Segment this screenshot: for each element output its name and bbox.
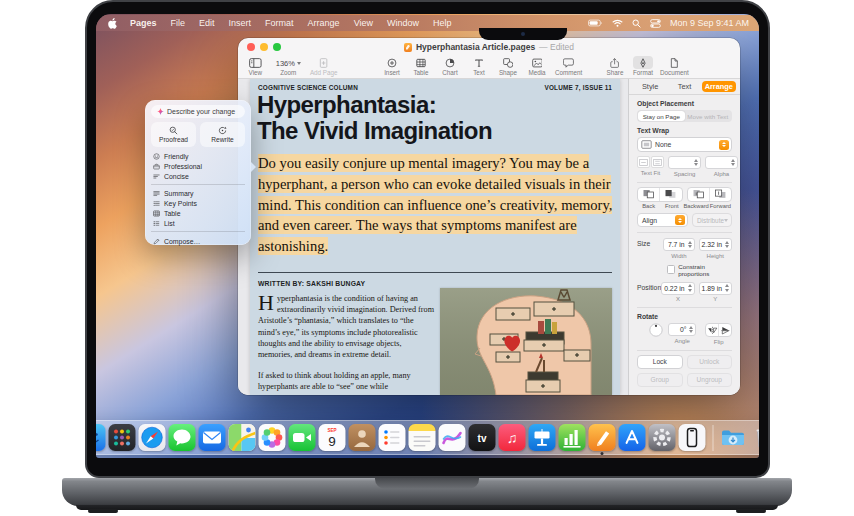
text-fit-a-icon[interactable] [637, 156, 650, 168]
dock-music[interactable]: ♫ [499, 424, 526, 451]
dock-facetime[interactable] [289, 424, 316, 451]
toolbar-media-button[interactable]: Media [526, 56, 548, 76]
dock-photos[interactable] [259, 424, 286, 451]
align-dropdown[interactable]: Align [637, 213, 688, 227]
text-wrap-select[interactable]: None [637, 137, 732, 152]
dock-mail[interactable] [199, 424, 226, 451]
angle-field[interactable]: 0° Angle [668, 323, 696, 344]
tab-style[interactable]: Style [633, 81, 667, 92]
toolbar-table-button[interactable]: Table [410, 56, 432, 76]
align-popup-button[interactable] [675, 215, 685, 225]
dock-iphone-mirroring[interactable] [679, 424, 706, 451]
toolbar-label: Chart [442, 69, 457, 76]
highlighted-paragraph[interactable]: Do you easily conjure up mental imagery?… [258, 153, 614, 257]
dock-calendar[interactable]: SEP9 [319, 424, 346, 451]
dock-finder[interactable] [96, 424, 106, 451]
article-image[interactable] [440, 288, 612, 395]
send-to-back-button[interactable] [638, 188, 659, 201]
flip-vertical-button[interactable] [706, 324, 718, 336]
lock-button[interactable]: Lock [637, 355, 683, 369]
text-fit-b-icon[interactable] [651, 156, 664, 168]
dock-keynote[interactable] [529, 424, 556, 451]
menu-window[interactable]: Window [380, 15, 426, 31]
status-icons [588, 19, 661, 28]
menu-file[interactable]: File [164, 15, 193, 31]
bring-to-front-button[interactable] [659, 188, 681, 201]
position-x-field[interactable]: 0.22 in X [661, 282, 694, 303]
height-field[interactable]: 2.32 in Height [699, 238, 732, 259]
dock-tv[interactable]: tv [469, 424, 496, 451]
dock-messages[interactable] [169, 424, 196, 451]
wifi-icon[interactable] [612, 19, 623, 27]
dock-pages[interactable] [589, 424, 616, 451]
menu-bar-clock[interactable]: Mon 9 Sep 9:41 AM [670, 18, 749, 28]
menu-arrange[interactable]: Arrange [301, 15, 347, 31]
toolbar-comment-button[interactable]: Comment [555, 56, 582, 76]
writing-tools-item-summary[interactable]: Summary [151, 189, 245, 199]
toolbar-format-button[interactable]: Format [632, 56, 654, 76]
writing-tools-item-friendly[interactable]: Friendly [151, 151, 245, 161]
text-fit-control[interactable]: Text Fit [637, 156, 664, 176]
writing-tools-item-professional[interactable]: Professional [151, 161, 245, 171]
tab-text[interactable]: Text [667, 81, 701, 92]
dock-downloads[interactable] [720, 424, 747, 451]
dock-appstore[interactable] [619, 424, 646, 451]
toolbar-shape-button[interactable]: Shape [497, 56, 519, 76]
document-page[interactable]: COGNITIVE SCIENCE COLUMN VOLUME 7, ISSUE… [250, 79, 620, 395]
describe-change-input[interactable]: Describe your change [151, 105, 245, 118]
pages-window: Hyperphantasia Article.pages — Edited Vi… [238, 38, 740, 395]
writing-tools-item-compose-[interactable]: Compose… [151, 236, 245, 246]
menu-view[interactable]: View [347, 15, 380, 31]
menu-help[interactable]: Help [426, 15, 459, 31]
menu-insert[interactable]: Insert [222, 15, 259, 31]
toolbar-chart-button[interactable]: Chart [439, 56, 461, 76]
zoom-level[interactable]: 136% [276, 56, 301, 69]
dock-freeform[interactable] [439, 424, 466, 451]
constrain-proportions-checkbox[interactable]: Constrain proportions [637, 263, 732, 277]
width-field[interactable]: 7.7 in Width [663, 238, 694, 259]
writing-tools-item-concise[interactable]: Concise [151, 171, 245, 181]
distribute-dropdown[interactable]: Distribute [692, 213, 732, 227]
spacing-control[interactable]: Spacing [668, 156, 701, 177]
menu-edit[interactable]: Edit [192, 15, 222, 31]
popup-button[interactable] [719, 140, 729, 150]
move-with-text-option[interactable]: Move with Text [685, 111, 732, 121]
writing-tools-item-key-points[interactable]: Key Points [151, 199, 245, 209]
bring-forward-button[interactable] [709, 188, 731, 201]
proofread-button[interactable]: Proofread [151, 122, 196, 147]
toolbar-view-button[interactable]: View [244, 56, 267, 76]
dock-launchpad[interactable] [109, 424, 136, 451]
send-backward-button[interactable] [688, 188, 709, 201]
toolbar-document-button[interactable]: Document [660, 56, 689, 76]
dock-trash[interactable] [750, 424, 760, 451]
dock-maps[interactable] [229, 424, 256, 451]
dock-contacts[interactable] [349, 424, 376, 451]
tab-arrange[interactable]: Arrange [702, 81, 736, 92]
flip-horizontal-button[interactable] [718, 324, 731, 336]
menu-pages[interactable]: Pages [123, 15, 164, 31]
apple-menu[interactable] [104, 18, 123, 29]
dock-reminders[interactable] [379, 424, 406, 451]
proofread-icon [169, 126, 178, 135]
rotate-dial[interactable] [649, 323, 663, 337]
position-y-field[interactable]: 1.89 in Y [699, 282, 732, 303]
control-center-icon[interactable] [650, 19, 661, 28]
writing-tools-item-list[interactable]: List [151, 219, 245, 229]
writing-tools-item-table[interactable]: Table [151, 209, 245, 219]
dock-safari[interactable] [139, 424, 166, 451]
rewrite-button[interactable]: Rewrite [200, 122, 245, 147]
alpha-control[interactable]: Alpha [705, 156, 738, 177]
dock-notes[interactable] [409, 424, 436, 451]
document-canvas: COGNITIVE SCIENCE COLUMN VOLUME 7, ISSUE… [238, 79, 628, 395]
toolbar-text-button[interactable]: Text [468, 56, 490, 76]
toolbar-zoom-button[interactable]: 136%Zoom [276, 56, 301, 76]
stay-on-page-option[interactable]: Stay on Page [638, 111, 685, 121]
search-icon[interactable] [632, 19, 641, 28]
menu-format[interactable]: Format [258, 15, 301, 31]
dock-settings[interactable] [649, 424, 676, 451]
toolbar-insert-button[interactable]: Insert [381, 56, 403, 76]
battery-icon[interactable] [588, 19, 603, 27]
window-titlebar[interactable]: Hyperphantasia Article.pages — Edited [238, 38, 740, 56]
toolbar-share-button[interactable]: Share [604, 56, 626, 76]
dock-numbers[interactable] [559, 424, 586, 451]
